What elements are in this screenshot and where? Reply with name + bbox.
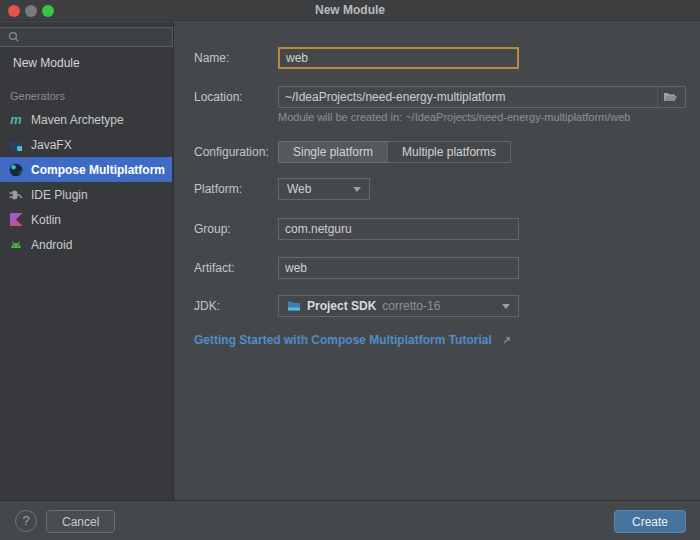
ide-plugin-icon xyxy=(9,188,23,202)
location-input[interactable] xyxy=(278,86,686,108)
sidebar-item-compose-multiplatform[interactable]: Compose Multiplatform xyxy=(0,157,172,182)
platform-dropdown[interactable]: Web xyxy=(278,178,370,200)
configuration-segmented-control: Single platform Multiple platforms xyxy=(278,141,511,163)
sdk-folder-icon xyxy=(287,299,301,313)
javafx-icon xyxy=(9,138,23,152)
close-window-button[interactable] xyxy=(8,5,20,17)
minimize-window-button xyxy=(25,5,37,17)
name-label: Name: xyxy=(194,47,229,69)
compose-icon xyxy=(9,163,23,177)
tutorial-link[interactable]: Getting Started with Compose Multiplatfo… xyxy=(194,333,511,347)
sidebar-item-label: Maven Archetype xyxy=(31,113,124,127)
sidebar-item-maven-archetype[interactable]: m Maven Archetype xyxy=(0,107,172,132)
jdk-dropdown[interactable]: Project SDK corretto-16 xyxy=(278,295,519,317)
chevron-down-icon xyxy=(502,304,510,309)
sidebar: New Module Generators m Maven Archetype … xyxy=(0,22,174,500)
sidebar-item-kotlin[interactable]: Kotlin xyxy=(0,207,172,232)
sidebar-search-field[interactable] xyxy=(0,27,173,47)
traffic-lights xyxy=(8,5,54,17)
sidebar-item-label: JavaFX xyxy=(31,138,72,152)
android-icon xyxy=(9,238,23,252)
artifact-input[interactable] xyxy=(278,257,519,279)
sidebar-item-javafx[interactable]: JavaFX xyxy=(0,132,172,157)
single-platform-button[interactable]: Single platform xyxy=(278,141,388,163)
platform-value: Web xyxy=(287,182,311,196)
create-button[interactable]: Create xyxy=(614,510,686,533)
sidebar-item-label: Compose Multiplatform xyxy=(31,163,165,177)
sidebar-item-android[interactable]: Android xyxy=(0,232,172,257)
external-link-icon: ↗ xyxy=(502,334,511,346)
generators-list: m Maven Archetype JavaFX xyxy=(0,107,172,257)
group-input[interactable] xyxy=(278,218,519,240)
titlebar: New Module xyxy=(0,0,700,21)
sidebar-search-input[interactable] xyxy=(26,30,172,44)
search-icon xyxy=(7,30,21,44)
location-hint: Module will be created in: ~/IdeaProject… xyxy=(278,111,630,123)
kotlin-icon xyxy=(9,213,23,227)
artifact-label: Artifact: xyxy=(194,257,235,279)
sidebar-item-label: Android xyxy=(31,238,72,252)
zoom-window-button[interactable] xyxy=(42,5,54,17)
jdk-value-primary: Project SDK xyxy=(307,299,376,313)
new-module-dialog: New Module New Module Generators m Maven… xyxy=(0,0,700,540)
sidebar-item-label: IDE Plugin xyxy=(31,188,88,202)
platform-label: Platform: xyxy=(194,178,242,200)
sidebar-item-new-module[interactable]: New Module xyxy=(0,53,172,74)
folder-open-icon xyxy=(663,91,678,103)
generators-section-label: Generators xyxy=(10,90,65,102)
jdk-label: JDK: xyxy=(194,295,220,317)
window-title: New Module xyxy=(0,0,700,21)
name-input[interactable] xyxy=(278,47,519,69)
help-button[interactable]: ? xyxy=(15,510,37,532)
chevron-down-icon xyxy=(353,187,361,192)
configuration-label: Configuration: xyxy=(194,141,269,163)
group-label: Group: xyxy=(194,218,231,240)
sidebar-item-ide-plugin[interactable]: IDE Plugin xyxy=(0,182,172,207)
jdk-value-secondary: corretto-16 xyxy=(382,299,440,313)
multiple-platforms-button[interactable]: Multiple platforms xyxy=(387,141,511,163)
maven-icon: m xyxy=(9,113,23,127)
location-label: Location: xyxy=(194,86,243,108)
cancel-button[interactable]: Cancel xyxy=(46,510,115,533)
form-panel: Name: Location: Module will be created i… xyxy=(175,22,700,500)
browse-folder-button[interactable] xyxy=(657,87,683,107)
sidebar-item-label: Kotlin xyxy=(31,213,61,227)
footer-bar: ? Cancel Create xyxy=(0,500,700,540)
